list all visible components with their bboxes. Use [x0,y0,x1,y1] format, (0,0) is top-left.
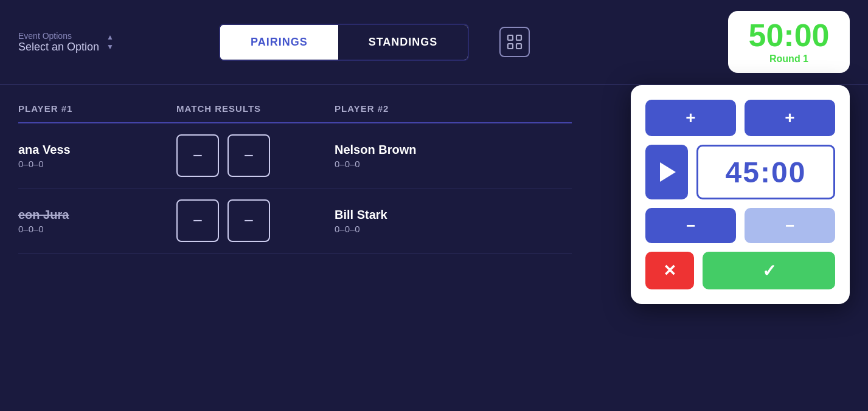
fullscreen-button[interactable] [499,27,530,57]
svg-rect-2 [508,44,513,49]
plus-icon-left: + [686,108,695,128]
player2-cell-2: Bill Stark 0–0–0 [335,208,493,234]
event-options-label: Event Options [18,31,99,41]
col-header-player1: PLAYER #1 [18,103,176,114]
timer-panel-top-row: + + [645,100,835,136]
main-content: PLAYER #1 MATCH RESULTS PLAYER #2 ana Ve… [0,85,868,266]
player1-cell-2: eon Jura 0–0–0 [18,208,176,234]
minus-icon-blue: − [686,218,695,233]
player1-name-2: eon Jura [18,208,176,222]
timer-panel-bottom-row: − − [645,208,835,243]
cancel-icon: ✕ [663,261,676,280]
btn-plus-left[interactable]: + [645,100,736,136]
score-box-2b[interactable]: − [227,199,270,242]
table-header: PLAYER #1 MATCH RESULTS PLAYER #2 [18,97,572,123]
tab-standings[interactable]: STANDINGS [338,25,468,60]
sort-arrows-icon[interactable]: ▲ ▼ [106,33,114,51]
plus-icon-right: + [785,108,794,128]
score-box-1a[interactable]: − [176,134,219,177]
player1-cell-1: ana Vess 0–0–0 [18,143,176,169]
btn-plus-right[interactable]: + [745,100,835,136]
col-header-player2: PLAYER #2 [335,103,493,114]
player1-record-2: 0–0–0 [18,224,176,234]
match-cell-2: − − [176,199,335,242]
header-timer-display: 50:00 Round 1 [728,11,850,73]
fullscreen-icon [507,34,523,50]
score-box-1b[interactable]: − [227,134,270,177]
sort-down-icon: ▼ [106,43,114,51]
player2-name-1: Nelson Brown [335,143,493,157]
player2-record-2: 0–0–0 [335,224,493,234]
timer-panel-action-row: ✕ ✓ [645,252,835,289]
timer-panel-time: 45:00 [726,156,807,189]
sort-up-icon: ▲ [106,33,114,41]
player2-cell-1: Nelson Brown 0–0–0 [335,143,493,169]
svg-rect-1 [516,35,521,40]
score-minus-icon-2b: − [244,211,254,230]
table-row: ana Vess 0–0–0 − − Nelson Brown 0–0–0 [18,123,572,188]
btn-cancel[interactable]: ✕ [645,252,694,289]
score-box-2a[interactable]: − [176,199,219,242]
event-options-container[interactable]: Event Options Select an Option ▲ ▼ [18,31,201,54]
btn-minus-light[interactable]: − [745,208,835,243]
header: Event Options Select an Option ▲ ▼ PAIRI… [0,0,868,85]
play-icon [660,162,676,182]
timer-panel-display: 45:00 [696,145,835,199]
table-row: eon Jura 0–0–0 − − Bill Stark 0–0–0 [18,188,572,254]
header-timer-main: 50:00 [745,19,833,51]
svg-rect-0 [508,35,513,40]
pairings-table: PLAYER #1 MATCH RESULTS PLAYER #2 ana Ve… [0,85,590,266]
btn-play[interactable] [645,145,688,199]
timer-panel-middle: 45:00 [645,145,835,199]
match-cell-1: − − [176,134,335,177]
player2-record-1: 0–0–0 [335,159,493,169]
tab-pairings[interactable]: PAIRINGS [220,25,338,60]
svg-rect-3 [516,44,521,49]
player2-name-2: Bill Stark [335,208,493,222]
minus-icon-light: − [785,218,794,233]
col-header-match: MATCH RESULTS [176,103,335,114]
score-minus-icon-2a: − [193,211,203,230]
score-minus-icon-1b: − [244,146,254,165]
timer-panel: + + 45:00 − − ✕ [631,85,850,304]
tabs-container: PAIRINGS STANDINGS [219,24,469,61]
player1-name-1: ana Vess [18,143,176,157]
event-options-text: Event Options Select an Option [18,31,99,54]
header-timer-round: Round 1 [745,54,833,64]
confirm-icon: ✓ [762,261,776,281]
btn-confirm[interactable]: ✓ [703,252,835,289]
btn-minus-blue[interactable]: − [645,208,736,243]
score-minus-icon-1a: − [193,146,203,165]
player1-record-1: 0–0–0 [18,159,176,169]
event-options-value: Select an Option [18,41,99,54]
